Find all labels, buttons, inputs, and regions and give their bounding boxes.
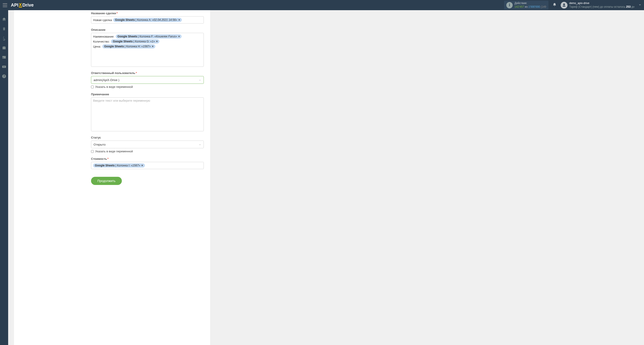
- description-pill-1[interactable]: Google Sheets | Колонка F: «Кошелек Faru…: [116, 34, 182, 38]
- youtube-icon[interactable]: [2, 64, 6, 69]
- description-label: Описание: [91, 28, 204, 32]
- user-menu[interactable]: demo_apix-drive Тариф |Стандарт| (new) д…: [561, 2, 634, 8]
- cost-input[interactable]: Google Sheets | Колонка I: «1567» ×: [91, 162, 204, 169]
- actions-counter: i Действия: 142'457 из 1'000'000 (149: [504, 1, 548, 10]
- dollar-icon[interactable]: [2, 36, 6, 40]
- deal-name-label: Название сделки*: [91, 12, 204, 15]
- close-icon[interactable]: ×: [178, 18, 180, 22]
- deal-name-pill[interactable]: Google Sheets | Колонка A: «02.04.2021 1…: [113, 18, 182, 22]
- actions-used: 142'457: [514, 5, 524, 8]
- note-input[interactable]: Введите текст или выберите переменную: [91, 97, 204, 131]
- sidebar: [0, 10, 8, 345]
- responsible-select[interactable]: admin(ApiX-Drive ): [91, 76, 204, 84]
- close-icon[interactable]: ×: [156, 40, 158, 43]
- actions-label: Действия:: [514, 2, 546, 5]
- topbar: APIXDrive i Действия: 142'457 из 1'000'0…: [0, 0, 644, 10]
- close-icon[interactable]: ×: [152, 45, 154, 48]
- chevron-down-icon: [198, 78, 201, 81]
- chevron-down-icon[interactable]: [638, 4, 641, 7]
- responsible-var-label: Указать в виде переменной: [95, 85, 133, 88]
- chevron-down-icon: [198, 143, 201, 146]
- status-var-label: Указать в виде переменной: [95, 150, 133, 153]
- username: demo_apix-drive: [569, 2, 634, 5]
- status-var-checkbox[interactable]: [91, 150, 94, 153]
- description-pill-2[interactable]: Google Sheets | Колонка G: «1» ×: [111, 40, 160, 44]
- status-label: Статус: [91, 136, 204, 139]
- avatar-icon: [561, 2, 568, 8]
- deal-name-input[interactable]: Новая сделка Google Sheets | Колонка A: …: [91, 16, 204, 24]
- close-icon[interactable]: ×: [178, 35, 180, 38]
- cost-label: Стоимость*: [91, 157, 204, 160]
- deal-name-text: Новая сделка: [93, 18, 112, 22]
- note-placeholder: Введите текст или выберите переменную: [93, 99, 150, 102]
- bell-icon[interactable]: [552, 3, 556, 8]
- briefcase-icon[interactable]: [2, 46, 6, 50]
- status-select[interactable]: Открыто: [91, 140, 204, 148]
- cost-pill[interactable]: Google Sheets | Колонка I: «1567» ×: [93, 164, 145, 168]
- logo[interactable]: APIXDrive: [11, 2, 34, 8]
- id-card-icon[interactable]: [2, 55, 6, 60]
- description-input[interactable]: Наименование: Google Sheets | Колонка F:…: [91, 33, 204, 67]
- actions-total: 1'000'000: [528, 5, 540, 8]
- description-pill-3[interactable]: Google Sheets | Колонка H: «1567» ×: [102, 44, 155, 48]
- info-icon: i: [506, 2, 513, 8]
- help-icon[interactable]: [2, 74, 6, 78]
- close-icon[interactable]: ×: [141, 164, 143, 167]
- actions-paren: (149: [541, 5, 546, 8]
- note-label: Примечание: [91, 92, 204, 96]
- responsible-label: Ответственный пользователь*: [91, 71, 204, 75]
- hamburger-icon[interactable]: [3, 4, 7, 7]
- sitemap-icon[interactable]: [2, 26, 6, 31]
- tariff-line: Тариф |Стандарт| (new) до оплаты осталос…: [569, 5, 634, 9]
- continue-button[interactable]: Продолжить: [91, 177, 122, 185]
- home-icon[interactable]: [2, 17, 6, 22]
- responsible-var-checkbox[interactable]: [91, 86, 94, 88]
